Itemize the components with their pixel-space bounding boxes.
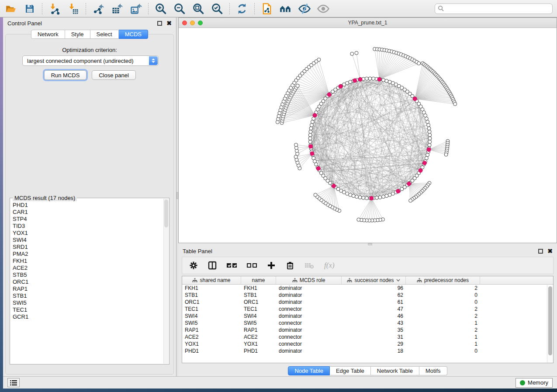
table-cell[interactable]: STB1 — [241, 292, 276, 298]
mcds-result-list[interactable]: PHD1CAR1STP4TID3YOX1SWI4SRD1PMA2FKH1ACE2… — [13, 202, 163, 362]
function-builder-icon[interactable]: f(x) — [324, 260, 335, 271]
select-all-checkboxes-icon[interactable] — [227, 260, 237, 271]
close-panel-icon[interactable]: ✖ — [547, 249, 553, 254]
zoom-out-icon[interactable] — [173, 2, 186, 15]
mcds-result-item[interactable]: SRD1 — [13, 244, 163, 251]
optimization-criterion-select[interactable]: largest connected component (undirected) — [22, 55, 159, 66]
network-graph-svg[interactable] — [179, 28, 557, 243]
table-cell[interactable]: connector — [276, 306, 342, 312]
tab-style[interactable]: Style — [65, 30, 90, 39]
table-cell[interactable]: TEC1 — [182, 306, 241, 312]
mcds-result-item[interactable]: SWI4 — [13, 237, 163, 244]
hide-selected-icon[interactable] — [298, 2, 311, 15]
mcds-result-item[interactable]: STP4 — [13, 216, 163, 223]
table-cell[interactable]: SWI5 — [241, 320, 276, 326]
open-file-icon[interactable] — [4, 2, 17, 15]
table-cell[interactable]: 2 — [406, 327, 480, 333]
search-field[interactable] — [435, 3, 553, 14]
table-cell[interactable]: ACE2 — [182, 334, 241, 340]
table-cell[interactable]: PHD1 — [241, 348, 276, 354]
table-cell[interactable]: 62 — [342, 292, 406, 298]
table-cell[interactable]: connector — [276, 334, 342, 340]
apply-layout-icon[interactable] — [235, 2, 249, 15]
first-neighbors-icon[interactable] — [279, 2, 292, 15]
table-row[interactable]: TEC1TEC1connector472 — [182, 306, 553, 313]
table-cell[interactable]: 1 — [406, 341, 480, 347]
mcds-result-item[interactable]: FKH1 — [13, 258, 163, 265]
table-cell[interactable]: 0 — [406, 299, 480, 305]
table-cell[interactable]: ORC1 — [182, 299, 241, 305]
table-cell[interactable]: 47 — [342, 306, 406, 312]
table-cell[interactable]: 18 — [342, 348, 406, 354]
new-network-from-selection-icon[interactable] — [260, 2, 273, 15]
tab-network[interactable]: Network — [31, 30, 65, 39]
mcds-result-item[interactable]: STB1 — [13, 292, 163, 299]
table-row[interactable]: FKH1FKH1dominator962 — [182, 285, 553, 292]
table-cell[interactable]: 2 — [406, 306, 480, 312]
tab-network-table[interactable]: Network Table — [371, 366, 419, 375]
zoom-fit-icon[interactable] — [192, 2, 205, 15]
table-row[interactable]: PHD1PHD1dominator180 — [182, 347, 553, 354]
column-header-predecessor-nodes[interactable]: predecessor nodes — [406, 276, 480, 284]
column-header-MCDS-role[interactable]: MCDS role — [276, 276, 342, 284]
tab-edge-table[interactable]: Edge Table — [330, 366, 371, 375]
table-cell[interactable]: YOX1 — [182, 341, 241, 347]
zoom-selected-icon[interactable] — [211, 2, 224, 15]
table-cell[interactable]: 43 — [342, 320, 406, 326]
import-table-icon[interactable] — [67, 2, 80, 15]
mcds-result-item[interactable]: YOX1 — [13, 230, 163, 237]
table-cell[interactable]: dominator — [276, 299, 342, 305]
table-cell[interactable]: 46 — [342, 313, 406, 319]
network-canvas[interactable] — [179, 28, 557, 243]
table-cell[interactable]: 31 — [342, 334, 406, 340]
delete-table-icon[interactable] — [304, 260, 314, 271]
mcds-result-item[interactable]: PMA2 — [13, 251, 163, 258]
scrollbar-thumb[interactable] — [164, 199, 168, 227]
table-row[interactable]: SWI5SWI5connector431 — [182, 320, 553, 327]
table-cell[interactable]: dominator — [276, 327, 342, 333]
add-column-icon[interactable] — [267, 260, 276, 271]
column-header-successor-nodes[interactable]: successor nodes — [342, 276, 406, 284]
table-cell[interactable]: TEC1 — [241, 306, 276, 312]
search-input[interactable] — [444, 6, 550, 12]
table-cell[interactable]: 96 — [342, 285, 406, 291]
table-row[interactable]: ACE2ACE2connector311 — [182, 334, 553, 340]
table-cell[interactable]: dominator — [276, 285, 342, 291]
table-cell[interactable]: dominator — [276, 348, 342, 354]
table-scrollbar[interactable] — [547, 285, 553, 363]
memory-button[interactable]: Memory — [515, 378, 553, 388]
table-cell[interactable]: connector — [276, 341, 342, 347]
table-cell[interactable]: FKH1 — [241, 285, 276, 291]
table-cell[interactable]: 61 — [342, 299, 406, 305]
table-cell[interactable]: dominator — [276, 313, 342, 319]
table-row[interactable]: ORC1ORC1dominator610 — [182, 299, 553, 306]
mcds-result-item[interactable]: CAR1 — [13, 209, 163, 216]
export-table-icon[interactable] — [111, 2, 124, 15]
split-columns-icon[interactable] — [208, 260, 217, 271]
mcds-result-item[interactable]: PHD1 — [13, 202, 163, 209]
import-network-icon[interactable] — [48, 2, 61, 15]
table-cell[interactable]: connector — [276, 320, 342, 326]
table-cell[interactable]: 1 — [406, 320, 480, 326]
column-header-shared-name[interactable]: shared name — [182, 276, 241, 284]
table-cell[interactable]: ORC1 — [241, 299, 276, 305]
run-mcds-button[interactable]: Run MCDS — [44, 70, 86, 80]
mcds-result-item[interactable]: STB5 — [13, 272, 163, 279]
mcds-result-item[interactable]: TID3 — [13, 223, 163, 230]
table-row[interactable]: STB1STB1dominator620 — [182, 292, 553, 299]
column-header-name[interactable]: name — [241, 276, 276, 284]
mcds-result-item[interactable]: SWI5 — [13, 299, 163, 306]
delete-column-icon[interactable] — [286, 260, 294, 271]
table-cell[interactable]: dominator — [276, 292, 342, 298]
table-cell[interactable]: SWI4 — [182, 313, 241, 319]
table-cell[interactable]: PHD1 — [182, 348, 241, 354]
zoom-in-icon[interactable] — [154, 2, 167, 15]
table-cell[interactable]: 29 — [342, 341, 406, 347]
mcds-result-item[interactable]: ORC1 — [13, 279, 163, 285]
table-cell[interactable]: FKH1 — [182, 285, 241, 291]
tab-mcds[interactable]: MCDS — [119, 30, 148, 39]
table-cell[interactable]: 1 — [406, 334, 480, 340]
tab-motifs[interactable]: Motifs — [419, 366, 447, 375]
table-cell[interactable]: 0 — [406, 348, 480, 354]
table-row[interactable]: YOX1YOX1connector291 — [182, 340, 553, 347]
